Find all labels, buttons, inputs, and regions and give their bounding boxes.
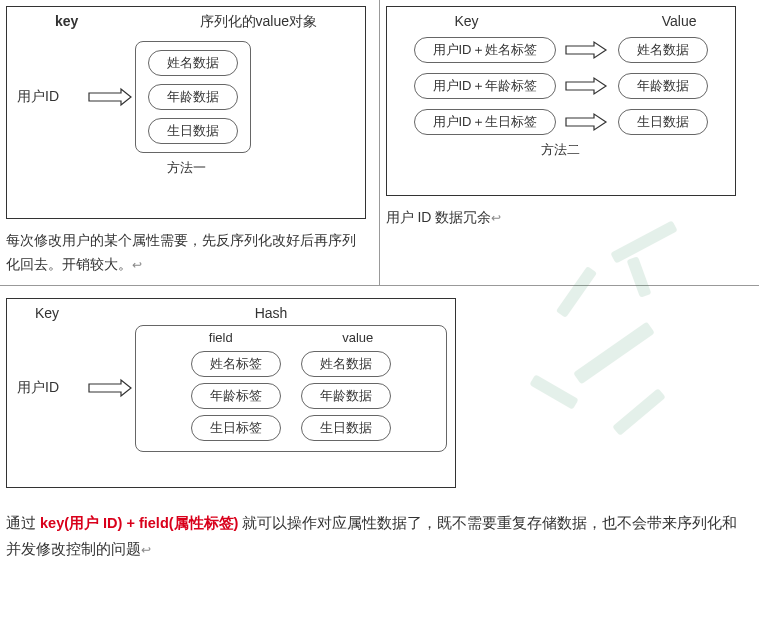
- diag2-row-age: 用户ID＋年龄标签 年龄数据: [395, 73, 727, 99]
- diag2-caption: 方法二: [395, 141, 727, 159]
- hash-row-birthday: 生日标签 生日数据: [191, 415, 391, 441]
- hash-value-header: value: [342, 330, 373, 345]
- pill-age-data: 年龄数据: [148, 84, 238, 110]
- diag2-value-header: Value: [662, 13, 717, 29]
- diag3-key-header: Key: [15, 305, 95, 321]
- cell-method2: Key Value 用户ID＋姓名标签 姓名数据 用户ID＋年龄标签 年龄数据 …: [380, 0, 760, 285]
- row-methods: key 序列化的value对象 用户ID 姓名数据 年龄数据 生日数据 方法一 …: [0, 0, 759, 286]
- diagram-method2: Key Value 用户ID＋姓名标签 姓名数据 用户ID＋年龄标签 年龄数据 …: [386, 6, 736, 196]
- pill-birthday-data: 生日数据: [148, 118, 238, 144]
- pill-key-name: 用户ID＋姓名标签: [414, 37, 556, 63]
- arrow-icon: [564, 76, 610, 96]
- diagram-hash: Key Hash 用户ID field value 姓名标签 姓名数据 年龄标签…: [6, 298, 456, 488]
- diag2-headers: Key Value: [395, 13, 727, 29]
- hash-group: field value 姓名标签 姓名数据 年龄标签 年龄数据 生日标签 生日数…: [135, 325, 447, 452]
- arrow-icon: [85, 378, 135, 398]
- diag1-body: 用户ID 姓名数据 年龄数据 生日数据: [15, 41, 357, 153]
- diag3-userid: 用户ID: [15, 379, 85, 397]
- cell-hash: Key Hash 用户ID field value 姓名标签 姓名数据 年龄标签…: [0, 286, 759, 496]
- pill-value-birth: 生日数据: [301, 415, 391, 441]
- diag1-headers: key 序列化的value对象: [15, 13, 357, 31]
- diag3-hash-header: Hash: [95, 305, 447, 321]
- diag1-desc-text: 每次修改用户的某个属性需要，先反序列化改好后再序列化回去。开销较大。: [6, 232, 356, 272]
- diag3-headers: Key Hash: [15, 305, 447, 321]
- hash-subheaders: field value: [154, 330, 428, 345]
- diag2-row-birthday: 用户ID＋生日标签 生日数据: [395, 109, 727, 135]
- return-icon: ↩: [491, 211, 501, 225]
- diagram-method1: key 序列化的value对象 用户ID 姓名数据 年龄数据 生日数据 方法一: [6, 6, 366, 219]
- diag1-value-header: 序列化的value对象: [200, 13, 347, 31]
- pill-key-age: 用户ID＋年龄标签: [414, 73, 556, 99]
- pill-key-birth: 用户ID＋生日标签: [414, 109, 556, 135]
- diag1-description: 每次修改用户的某个属性需要，先反序列化改好后再序列化回去。开销较大。↩: [6, 229, 373, 277]
- hash-field-header: field: [209, 330, 233, 345]
- summary-highlight: key(用户 ID) + field(属性标签): [40, 515, 242, 531]
- arrow-icon: [564, 112, 610, 132]
- pill-val-name: 姓名数据: [618, 37, 708, 63]
- hash-row-age: 年龄标签 年龄数据: [191, 383, 391, 409]
- pill-val-age: 年龄数据: [618, 73, 708, 99]
- diag2-desc-text: 用户 ID 数据冗余: [386, 209, 492, 225]
- pill-val-birth: 生日数据: [618, 109, 708, 135]
- diag1-key-header: key: [25, 13, 78, 31]
- diag2-key-header: Key: [405, 13, 479, 29]
- hash-row-name: 姓名标签 姓名数据: [191, 351, 391, 377]
- diag3-body: 用户ID field value 姓名标签 姓名数据 年龄标签 年龄数据: [15, 325, 447, 452]
- return-icon: ↩: [141, 543, 151, 557]
- diag1-userid: 用户ID: [15, 88, 85, 106]
- diag2-body: 用户ID＋姓名标签 姓名数据 用户ID＋年龄标签 年龄数据 用户ID＋生日标签 …: [395, 37, 727, 135]
- summary-text: 通过 key(用户 ID) + field(属性标签) 就可以操作对应属性数据了…: [0, 496, 759, 576]
- return-icon: ↩: [132, 258, 142, 272]
- pill-field-birth: 生日标签: [191, 415, 281, 441]
- pill-value-age: 年龄数据: [301, 383, 391, 409]
- diag1-caption: 方法一: [15, 159, 357, 177]
- arrow-icon: [85, 87, 135, 107]
- pill-value-name: 姓名数据: [301, 351, 391, 377]
- pill-field-name: 姓名标签: [191, 351, 281, 377]
- cell-method1: key 序列化的value对象 用户ID 姓名数据 年龄数据 生日数据 方法一 …: [0, 0, 380, 285]
- summary-pre: 通过: [6, 515, 40, 531]
- pill-name-data: 姓名数据: [148, 50, 238, 76]
- diag2-description: 用户 ID 数据冗余↩: [386, 206, 754, 230]
- pill-field-age: 年龄标签: [191, 383, 281, 409]
- arrow-icon: [564, 40, 610, 60]
- diag1-value-group: 姓名数据 年龄数据 生日数据: [135, 41, 251, 153]
- diag2-row-name: 用户ID＋姓名标签 姓名数据: [395, 37, 727, 63]
